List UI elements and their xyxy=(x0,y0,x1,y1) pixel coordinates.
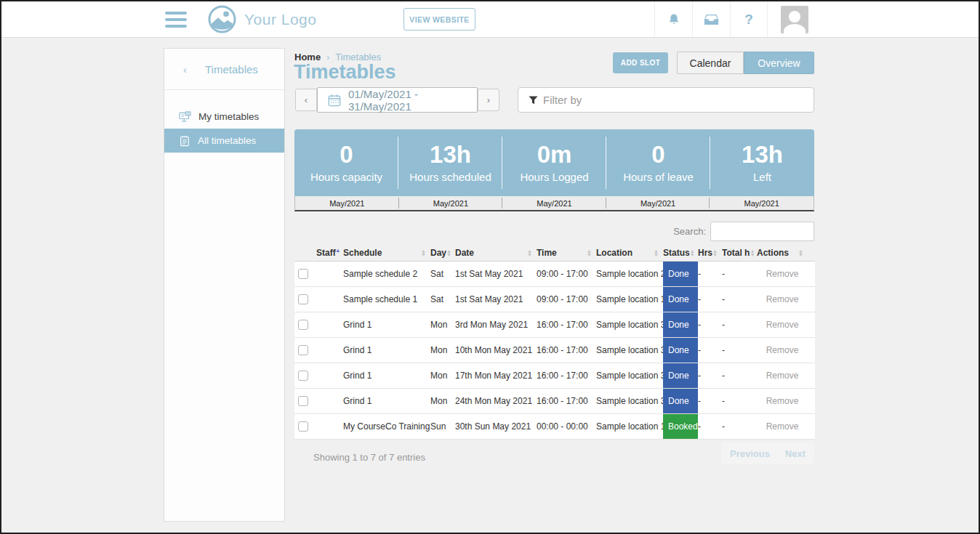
stat-value: 13h xyxy=(742,142,783,166)
remove-link[interactable]: Remove xyxy=(766,396,799,406)
inbox-button[interactable] xyxy=(692,1,730,37)
total-hours-cell: - xyxy=(722,371,757,381)
time-cell: 16:00 - 17:00 xyxy=(537,371,596,381)
schedule-cell: Grind 1 xyxy=(343,320,430,330)
previous-page-button[interactable]: Previous xyxy=(730,448,770,459)
header-day[interactable]: Day▲▼ xyxy=(430,248,455,258)
schedule-cell: Grind 1 xyxy=(343,345,430,355)
timetable-table: Staff▴ Schedule▲▼ Day▲▼ Date▲▼ Time▲▼ Lo… xyxy=(294,244,815,440)
remove-link[interactable]: Remove xyxy=(766,269,799,279)
date-cell: 24th Mon May 2021 xyxy=(455,396,537,406)
table-row: Sample schedule 2 Sat 1st Sat May 2021 0… xyxy=(294,262,815,287)
header-date[interactable]: Date▲▼ xyxy=(455,248,537,258)
avatar-body xyxy=(784,24,806,33)
remove-link[interactable]: Remove xyxy=(766,294,799,304)
location-cell: Sample location 2 xyxy=(596,269,663,279)
sidebar-item-all-timetables[interactable]: All timetables xyxy=(164,129,284,153)
date-cell: 3rd Mon May 2021 xyxy=(455,320,537,330)
calendar-view-button[interactable]: Calendar xyxy=(677,52,744,74)
sidebar-item-my-timetables[interactable]: My timetables xyxy=(164,105,284,129)
actions-cell: Remove xyxy=(757,345,808,355)
inbox-icon xyxy=(704,13,719,26)
notifications-button[interactable] xyxy=(654,1,692,37)
date-next-button[interactable]: › xyxy=(478,89,499,111)
stat-label: Left xyxy=(753,171,771,183)
status-badge: Done xyxy=(663,287,698,312)
view-website-button[interactable]: VIEW WEBSITE xyxy=(403,8,475,31)
row-checkbox-cell xyxy=(294,396,316,406)
header-actions[interactable]: Actions▲▼ xyxy=(757,248,808,258)
location-cell: Sample location 1 xyxy=(596,421,663,432)
logo[interactable]: Your Logo xyxy=(207,4,316,34)
sidebar: ‹ Timetables My timetables xyxy=(164,48,285,522)
sort-arrows-icon: ▲▼ xyxy=(446,249,451,256)
schedule-cell: Grind 1 xyxy=(343,371,430,381)
bell-icon xyxy=(667,12,681,27)
row-checkbox[interactable] xyxy=(298,320,308,330)
filter-input[interactable] xyxy=(543,88,814,112)
sidebar-title: Timetables xyxy=(205,63,258,76)
remove-link[interactable]: Remove xyxy=(766,371,799,381)
header-staff[interactable]: Staff▴ xyxy=(316,247,343,258)
row-checkbox[interactable] xyxy=(298,294,308,304)
back-chevron-icon[interactable]: ‹ xyxy=(183,63,187,76)
timetable-monitor-icon xyxy=(179,111,191,123)
sort-arrows-icon: ▲▼ xyxy=(587,249,592,256)
row-checkbox[interactable] xyxy=(298,396,308,406)
help-button[interactable]: ? xyxy=(730,1,768,37)
header-status[interactable]: Status▲▼ xyxy=(663,248,698,258)
search-input[interactable] xyxy=(710,222,814,241)
sort-arrows-icon: ▲▼ xyxy=(712,249,718,256)
total-hours-cell: - xyxy=(722,421,757,432)
row-checkbox-cell xyxy=(294,269,316,279)
time-cell: 09:00 - 17:00 xyxy=(537,294,596,304)
total-hours-cell: - xyxy=(722,396,757,406)
time-cell: 16:00 - 17:00 xyxy=(537,345,596,355)
sidebar-item-label: My timetables xyxy=(198,111,259,122)
header-location[interactable]: Location▲▼ xyxy=(596,248,663,258)
avatar-head xyxy=(789,11,800,23)
row-checkbox[interactable] xyxy=(298,269,308,279)
header-time[interactable]: Time▲▼ xyxy=(537,248,596,258)
date-prev-button[interactable]: ‹ xyxy=(295,89,317,111)
status-badge: Done xyxy=(663,338,698,363)
row-checkbox[interactable] xyxy=(298,371,308,381)
stat-hours-scheduled: 13h Hours scheduled xyxy=(398,129,502,196)
sidebar-header[interactable]: ‹ Timetables xyxy=(164,49,284,90)
status-badge: Booked xyxy=(663,414,698,439)
timetable-list-icon xyxy=(179,135,190,147)
location-cell: Sample location 3 xyxy=(596,320,663,330)
remove-link[interactable]: Remove xyxy=(766,320,799,330)
sort-arrows-icon: ▲▼ xyxy=(798,249,803,256)
remove-link[interactable]: Remove xyxy=(766,345,799,355)
stat-period: May/2021 xyxy=(606,196,710,210)
table-row: Grind 1 Mon 24th Mon May 2021 16:00 - 17… xyxy=(294,389,815,414)
page-title: Timetables xyxy=(294,61,396,84)
day-cell: Sat xyxy=(430,294,455,304)
total-hours-cell: - xyxy=(722,294,757,304)
overview-view-button[interactable]: Overview xyxy=(744,52,814,74)
date-cell: 1st Sat May 2021 xyxy=(455,269,537,279)
date-range-picker[interactable]: 01/May/2021 - 31/May/2021 xyxy=(317,87,478,113)
header-schedule[interactable]: Schedule▲▼ xyxy=(343,248,430,258)
help-icon: ? xyxy=(744,12,753,28)
row-checkbox[interactable] xyxy=(298,421,308,432)
hamburger-icon[interactable] xyxy=(165,12,187,28)
location-cell: Sample location 3 xyxy=(596,371,663,381)
day-cell: Sat xyxy=(430,269,455,279)
actions-cell: Remove xyxy=(757,269,808,279)
add-slot-button[interactable]: ADD SLOT xyxy=(613,52,668,73)
status-badge: Done xyxy=(663,262,698,286)
header-total-h[interactable]: Total h▲▼ xyxy=(722,248,757,258)
header-hrs[interactable]: Hrs▲▼ xyxy=(698,248,722,258)
row-checkbox-cell xyxy=(294,345,316,355)
stat-period: May/2021 xyxy=(710,196,814,210)
stat-period: May/2021 xyxy=(399,196,503,210)
avatar[interactable] xyxy=(781,6,808,33)
remove-link[interactable]: Remove xyxy=(766,421,799,432)
total-hours-cell: - xyxy=(722,320,757,330)
table-row: Sample schedule 1 Sat 1st Sat May 2021 0… xyxy=(294,287,815,312)
actions-cell: Remove xyxy=(757,294,808,304)
next-page-button[interactable]: Next xyxy=(785,448,806,459)
row-checkbox[interactable] xyxy=(298,345,308,355)
